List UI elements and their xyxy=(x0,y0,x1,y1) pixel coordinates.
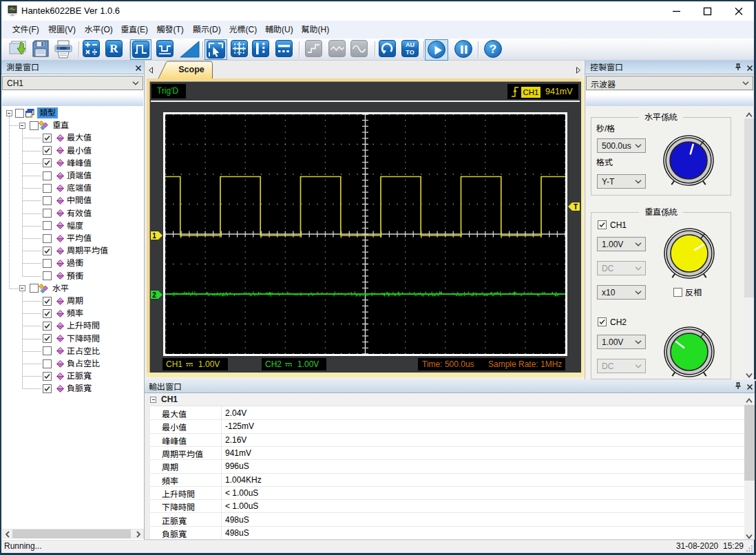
svg-text:T: T xyxy=(574,203,578,211)
svg-text:2: 2 xyxy=(152,291,156,299)
svg-text:1: 1 xyxy=(152,232,156,240)
